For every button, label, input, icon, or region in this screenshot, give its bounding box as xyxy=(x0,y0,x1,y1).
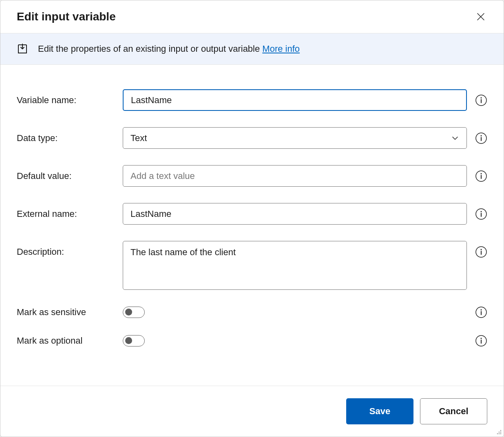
external-name-input[interactable] xyxy=(123,203,467,225)
cancel-button[interactable]: Cancel xyxy=(420,398,487,424)
external-name-label: External name: xyxy=(17,203,115,219)
svg-point-19 xyxy=(500,433,502,435)
svg-point-18 xyxy=(499,433,500,435)
chevron-down-icon xyxy=(451,134,459,142)
external-name-row: External name: xyxy=(17,203,487,225)
default-value-row: Default value: xyxy=(17,165,487,187)
form-container: Variable name: Data type: Text xyxy=(0,65,504,386)
svg-point-9 xyxy=(481,249,482,250)
banner-description: Edit the properties of an existing input… xyxy=(38,44,260,54)
mark-optional-toggle[interactable] xyxy=(123,335,145,347)
mark-optional-row: Mark as optional xyxy=(17,335,487,347)
mark-sensitive-row: Mark as sensitive xyxy=(17,306,487,318)
svg-point-11 xyxy=(481,309,482,311)
description-row: Description: The last name of the client xyxy=(17,241,487,290)
data-type-row: Data type: Text xyxy=(17,127,487,149)
data-type-value: Text xyxy=(130,133,147,143)
svg-point-15 xyxy=(499,432,500,433)
description-label: Description: xyxy=(17,241,115,257)
data-type-label: Data type: xyxy=(17,127,115,143)
svg-point-1 xyxy=(481,97,482,99)
info-icon[interactable] xyxy=(475,132,487,144)
mark-sensitive-toggle[interactable] xyxy=(123,307,145,318)
info-icon[interactable] xyxy=(475,170,487,182)
dialog-header: Edit input variable xyxy=(0,0,504,33)
dialog-title: Edit input variable xyxy=(17,10,116,23)
import-icon xyxy=(17,43,28,55)
info-icon[interactable] xyxy=(475,335,487,347)
info-icon[interactable] xyxy=(475,246,487,258)
more-info-link[interactable]: More info xyxy=(262,44,300,54)
info-banner: Edit the properties of an existing input… xyxy=(0,33,504,65)
description-textarea[interactable]: The last name of the client xyxy=(123,241,467,290)
variable-name-row: Variable name: xyxy=(17,89,487,111)
svg-point-17 xyxy=(497,433,498,435)
default-value-input[interactable] xyxy=(123,165,467,187)
info-icon[interactable] xyxy=(475,94,487,106)
dialog-footer: Save Cancel xyxy=(0,386,504,437)
svg-point-5 xyxy=(481,173,482,174)
close-icon xyxy=(477,13,485,21)
svg-point-14 xyxy=(500,430,502,431)
default-value-label: Default value: xyxy=(17,165,115,181)
close-button[interactable] xyxy=(474,10,487,23)
mark-sensitive-label: Mark as sensitive xyxy=(17,307,115,318)
variable-name-input[interactable] xyxy=(123,89,467,111)
svg-point-3 xyxy=(481,135,482,137)
banner-text: Edit the properties of an existing input… xyxy=(38,44,300,54)
data-type-select[interactable]: Text xyxy=(123,127,467,149)
mark-optional-label: Mark as optional xyxy=(17,335,115,346)
edit-input-variable-dialog: Edit input variable Edit the properties … xyxy=(0,0,504,437)
svg-point-16 xyxy=(500,432,502,433)
svg-point-7 xyxy=(481,211,482,212)
resize-grip-icon[interactable] xyxy=(495,428,502,435)
variable-name-label: Variable name: xyxy=(17,89,115,106)
save-button[interactable]: Save xyxy=(346,398,413,424)
svg-point-13 xyxy=(481,338,482,339)
info-icon[interactable] xyxy=(475,208,487,220)
info-icon[interactable] xyxy=(475,306,487,318)
